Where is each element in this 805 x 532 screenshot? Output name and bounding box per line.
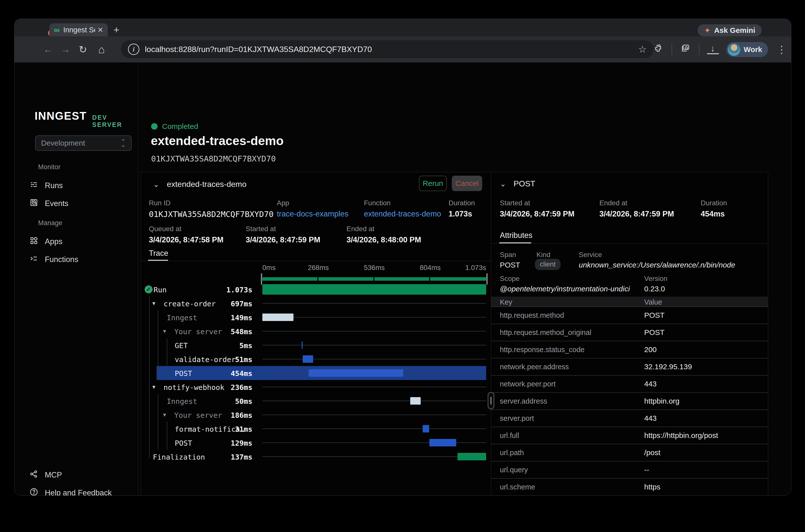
apps-icon (30, 236, 38, 247)
trace-row-duration: 50ms (235, 397, 252, 405)
trace-row-track (262, 401, 486, 401)
trace-row[interactable]: Finalization137ms (141, 450, 491, 463)
home-button[interactable]: ⌂ (93, 36, 110, 62)
row-chevron-icon[interactable]: ▾ (163, 411, 166, 418)
attribute-key: network.peer.address (500, 363, 569, 371)
tab-trace[interactable]: Trace (149, 249, 168, 258)
ask-gemini-button[interactable]: ✦ Ask Gemini (697, 24, 762, 36)
meta-value-function[interactable]: extended-traces-demo (364, 210, 441, 218)
trace-row-track (262, 387, 486, 387)
trace-row[interactable]: ▾Your server548ms (141, 324, 491, 338)
tree-guide-line (158, 310, 158, 380)
attribute-row: server.port443 (491, 410, 768, 427)
trace-span-bar[interactable] (308, 369, 403, 377)
browser-menu-icon[interactable]: ⋮ (775, 44, 788, 55)
attribute-value: 200 (644, 345, 657, 354)
panel-resize-handle[interactable] (488, 392, 494, 409)
tab-close-icon[interactable]: ✕ (95, 26, 103, 34)
trace-row-duration: 454ms (231, 369, 252, 378)
trace-row-track (262, 359, 486, 359)
tree-guide-line (149, 296, 150, 458)
sidebar-item-apps[interactable]: Apps (30, 235, 129, 249)
span-meta-label-2: Duration (701, 199, 727, 207)
trace-row[interactable]: GET5ms (141, 338, 491, 352)
sidebar-item-mcp[interactable]: MCP (30, 468, 129, 482)
row-chevron-icon[interactable]: ▾ (152, 383, 155, 391)
address-bar[interactable]: i localhost:8288/run?runID=01KJXTWA35SA8… (121, 40, 654, 58)
trace-row[interactable]: ▾notify-webhook236ms (141, 380, 491, 394)
span-label: Span (500, 251, 516, 259)
collapse-chevron-icon[interactable]: ⌄ (153, 180, 159, 189)
trace-span-bar[interactable] (410, 397, 421, 405)
tab-search-icon[interactable] (679, 43, 692, 55)
trace-row[interactable]: Inngest149ms (141, 310, 491, 324)
browser-tabstrip: ∞ Inngest Server ✕ + ✦ Ask Gemini (15, 19, 791, 36)
new-tab-button[interactable]: + (113, 25, 119, 34)
meta-label-function: Function (364, 199, 391, 207)
reload-button[interactable]: ↻ (74, 36, 92, 62)
trace-span-bar[interactable] (302, 341, 303, 349)
bookmark-star-icon[interactable]: ☆ (638, 44, 647, 55)
span-meta-value-0: 3/4/2026, 8:47:59 PM (500, 210, 575, 218)
toolbar-separator (699, 44, 699, 55)
forward-button[interactable]: → (57, 36, 74, 62)
trace-row-duration: 129ms (231, 439, 252, 448)
inngest-favicon-icon: ∞ (54, 26, 60, 34)
attribute-row: user_agent.originalnode (491, 495, 768, 496)
trace-row-label: Inngest (167, 397, 197, 405)
back-button[interactable]: ← (39, 36, 57, 62)
attribute-row: http.request.methodPOST (491, 307, 768, 324)
trace-row[interactable]: format-notifica…31ms (141, 422, 491, 436)
trace-row[interactable]: validate-order51ms (141, 352, 491, 366)
timeline-tick: 268ms (301, 264, 336, 272)
tree-guide-line (167, 338, 167, 380)
trace-row[interactable]: ▾Your server186ms (141, 408, 491, 422)
trace-row-track (262, 429, 486, 429)
trace-row[interactable]: ✓Run1.073s (141, 282, 491, 296)
site-info-icon[interactable]: i (128, 43, 139, 55)
environment-select[interactable]: Development ⌃⌄ (35, 135, 132, 151)
trace-row-label: Run (154, 286, 167, 294)
extensions-icon[interactable] (652, 44, 664, 55)
meta-value-started-at: 3/4/2026, 8:47:59 PM (246, 235, 320, 244)
trace-row-label: format-notifica… (175, 425, 244, 434)
rerun-button[interactable]: Rerun (419, 176, 447, 191)
page-title: extended-traces-demo (151, 134, 284, 148)
status-dot-icon (151, 123, 157, 130)
sidebar-item-events[interactable]: Events (30, 196, 129, 210)
span-collapse-chevron-icon[interactable]: ⌄ (500, 179, 506, 188)
runs-icon (30, 180, 38, 191)
profile-chip[interactable]: Work (726, 42, 768, 57)
meta-value-app[interactable]: trace-docs-examples (277, 210, 349, 218)
inngest-logo: INNGEST (35, 110, 87, 122)
attribute-row: url.path/post (491, 444, 768, 461)
scope-value: @opentelemetry/instrumentation-undici (500, 285, 630, 293)
browser-tab[interactable]: ∞ Inngest Server ✕ (49, 23, 108, 36)
trace-row[interactable]: ▾create-order697ms (141, 296, 491, 310)
meta-value-queued-at: 3/4/2026, 8:47:58 PM (149, 235, 224, 244)
trace-row[interactable]: POST129ms (141, 436, 491, 450)
trace-row-label: POST (175, 439, 192, 448)
sidebar-item-help-and-feedback[interactable]: Help and Feedback (30, 486, 129, 496)
version-label: Version (644, 275, 667, 283)
run-id: 01KJXTWA35SA8D2MCQF7BXYD70 (151, 154, 276, 164)
sidebar-item-runs[interactable]: Runs (30, 179, 129, 193)
trace-span-bar[interactable] (429, 439, 456, 446)
sidebar-item-functions[interactable]: Functions (30, 252, 129, 266)
sidebar-section-label: Manage (38, 219, 62, 227)
attribute-value: https://httpbin.org/post (644, 431, 718, 440)
trace-row[interactable]: POST454ms (141, 366, 491, 380)
trace-span-bar[interactable] (262, 314, 294, 321)
trace-row[interactable]: Inngest50ms (141, 394, 491, 408)
trace-span-bar[interactable] (262, 284, 486, 294)
row-chevron-icon[interactable]: ▾ (163, 328, 166, 335)
cancel-button[interactable]: Cancel (452, 176, 482, 191)
tab-attributes[interactable]: Attributes (500, 231, 532, 240)
downloads-icon[interactable]: ↓ (707, 44, 719, 54)
url-text[interactable]: localhost:8288/run?runID=01KJXTWA35SA8D2… (145, 45, 633, 54)
row-chevron-icon[interactable]: ▾ (152, 300, 155, 307)
trace-span-bar[interactable] (303, 355, 313, 363)
trace-span-bar[interactable] (423, 425, 429, 433)
trace-span-bar[interactable] (457, 453, 486, 460)
browser-toolbar: ← → ↻ ⌂ i localhost:8288/run?runID=01KJX… (15, 36, 791, 62)
